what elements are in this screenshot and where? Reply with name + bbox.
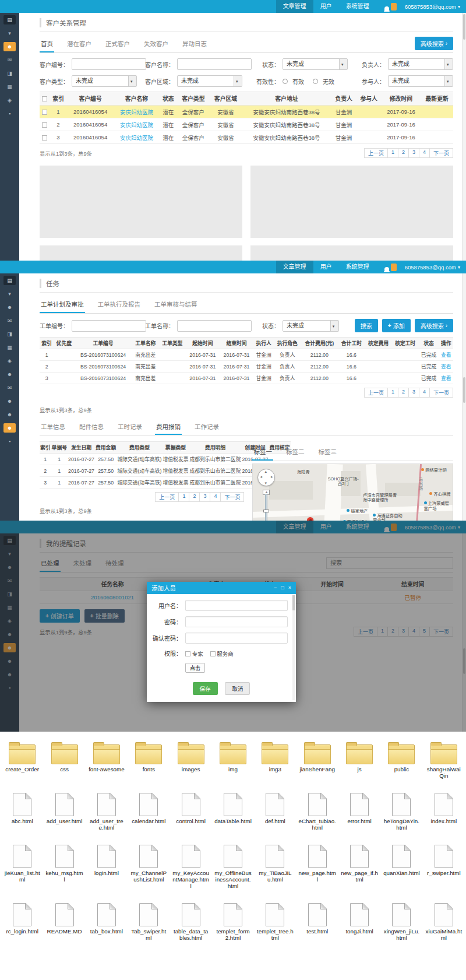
customer-type-select[interactable]: 未完成 [72, 75, 137, 87]
sidebar-icon[interactable]: ▦ [3, 343, 16, 352]
page-button[interactable]: 下一页 [220, 492, 244, 502]
column-header[interactable]: 核定费用 [365, 338, 391, 349]
column-header[interactable]: 费用类型 [116, 442, 162, 454]
search-button[interactable]: 搜索 [355, 319, 378, 332]
sidebar-icon[interactable]: ▾ [3, 29, 16, 38]
sidebar-icon[interactable]: ▪ [3, 109, 16, 118]
folder-item[interactable]: jianShenFang [296, 734, 338, 784]
page-scrollbar[interactable] [462, 13, 466, 261]
file-item[interactable]: heTongDaYin.html [380, 784, 422, 836]
account-email[interactable]: 605875853@qq.com [405, 3, 456, 10]
page-button[interactable]: 3 [199, 492, 210, 502]
nav-menu-item[interactable]: 用户 [313, 261, 339, 273]
file-item[interactable]: error.html [338, 784, 380, 836]
sidebar-icon[interactable]: ☻ [3, 42, 16, 51]
file-item[interactable]: table_data_tables.html [170, 894, 211, 946]
view-link[interactable]: 查看 [441, 352, 451, 358]
column-header[interactable]: 客户名称 [114, 92, 160, 106]
file-item[interactable]: def.html [254, 784, 296, 836]
file-item[interactable]: xingWen_jiLu.html [380, 894, 422, 946]
status-select[interactable]: 未完成 [283, 320, 339, 332]
folder-item[interactable]: img [212, 734, 254, 784]
tab[interactable]: 配件信息 [78, 419, 105, 435]
page-button[interactable]: 1 [387, 148, 398, 158]
column-header[interactable]: 起始时间 [186, 338, 220, 349]
column-header[interactable]: 修改时间 [382, 92, 421, 106]
map-pin-icon[interactable] [306, 515, 315, 521]
tab[interactable]: 标签三 [317, 442, 338, 461]
tab[interactable]: 标签一 [252, 442, 273, 461]
advanced-search-button[interactable]: 高级搜索 [415, 37, 453, 50]
sidebar-icon[interactable]: ✉ [3, 383, 16, 392]
file-item[interactable]: xiuGaiMiMa.html [423, 894, 465, 946]
page-button[interactable]: 上一页 [364, 148, 388, 158]
file-item[interactable]: login.html [86, 836, 128, 894]
status-select[interactable]: 未完成 [283, 58, 348, 70]
customer-link[interactable]: 安庆妇幼医院 [120, 109, 153, 115]
sidebar-icon[interactable]: ✉ [3, 316, 16, 325]
tab[interactable]: 工单审核与结算 [153, 295, 199, 313]
sidebar-icon[interactable]: ✉ [3, 55, 16, 65]
scrollbar-thumb[interactable] [463, 377, 465, 403]
column-header[interactable]: 操作 [439, 338, 453, 349]
file-item[interactable]: calendar.html [128, 784, 170, 836]
workorder-no-input[interactable] [72, 320, 146, 332]
file-item[interactable]: index.html [423, 784, 465, 836]
file-item[interactable]: eChart_tubiao.html [296, 784, 338, 836]
save-button[interactable]: 保存 [193, 682, 218, 695]
column-header[interactable]: 合计费用(元) [301, 338, 338, 349]
file-item[interactable]: templet_tree.html [254, 894, 296, 946]
column-header[interactable]: 状态 [160, 92, 177, 106]
nav-menu-item[interactable]: 文章管理 [276, 0, 313, 13]
page-button[interactable]: 2 [189, 492, 200, 502]
page-button[interactable]: 上一页 [364, 388, 388, 398]
sidebar-icon[interactable]: ◨ [3, 329, 16, 339]
table-row[interactable]: 2BS-2016073100624南充出差2016-07-312016-07-3… [40, 361, 453, 373]
page-button[interactable]: 1 [387, 388, 398, 398]
file-item[interactable]: Tab_swiper.html [128, 894, 170, 946]
tab[interactable]: 正式客户 [104, 34, 131, 52]
page-button[interactable]: 下一页 [429, 388, 453, 398]
file-item[interactable]: abc.html [1, 784, 43, 836]
customer-link[interactable]: 安庆妇幼医院 [120, 122, 153, 128]
baidu-map[interactable]: 海陆青 SOHO复兴广场-西2门 网络果汁吧 马当路 卢湾市容管理局青海中路管理… [252, 463, 453, 521]
tab[interactable]: 工单执行及报告 [97, 295, 142, 313]
column-header[interactable]: 客户区域 [210, 92, 242, 106]
column-header[interactable]: 单据号 [51, 442, 68, 454]
file-item[interactable]: add_user.html [43, 784, 85, 836]
column-header[interactable]: 客户地址 [242, 92, 331, 106]
sidebar-icon[interactable]: ☻ [3, 303, 16, 312]
region-select[interactable]: 未完成 [177, 75, 242, 87]
zoom-handle[interactable] [263, 510, 269, 512]
page-button[interactable]: 4 [419, 388, 430, 398]
tab[interactable]: 首页 [40, 34, 54, 52]
sidebar-icon[interactable]: ☻ [3, 410, 16, 419]
file-item[interactable]: my_OfflineBusinessAccount.html [212, 836, 254, 894]
table-row[interactable]: 3BS-2016073100624南充出差2016-07-312016-07-3… [40, 373, 453, 384]
sidebar-icon[interactable]: ▪ [3, 437, 16, 446]
file-item[interactable]: add_user_tree.html [86, 784, 128, 836]
click-button[interactable]: 点击 [185, 663, 205, 673]
maximize-icon[interactable]: □ [281, 585, 284, 591]
row-checkbox[interactable] [42, 110, 47, 115]
sidebar-icon[interactable]: ◨ [3, 69, 16, 78]
page-button[interactable]: 3 [408, 388, 419, 398]
confirm-password-input[interactable] [185, 633, 288, 644]
row-checkbox[interactable] [42, 122, 47, 128]
column-header[interactable]: 参与人 [356, 92, 382, 106]
minimize-icon[interactable]: − [274, 585, 277, 591]
map-zoom-slider[interactable]: +− [263, 490, 270, 521]
sidebar-icon[interactable]: ▦ [3, 82, 16, 92]
file-item[interactable]: jieKuan_list.html [1, 836, 43, 894]
vendor-checkbox[interactable] [210, 651, 216, 656]
row-checkbox[interactable] [42, 135, 47, 140]
file-item[interactable]: templet_form2.html [212, 894, 254, 946]
nav-menu-item[interactable]: 用户 [313, 0, 339, 13]
column-header[interactable]: 费用金额 [95, 442, 116, 454]
workorder-name-input[interactable] [177, 320, 252, 332]
column-header[interactable]: 索引 [40, 442, 51, 454]
tab[interactable]: 工单计划及审批 [40, 295, 85, 313]
column-header[interactable]: 索引 [40, 338, 54, 349]
page-button[interactable]: 3 [408, 148, 419, 158]
tab[interactable]: 工单信息 [40, 419, 66, 435]
